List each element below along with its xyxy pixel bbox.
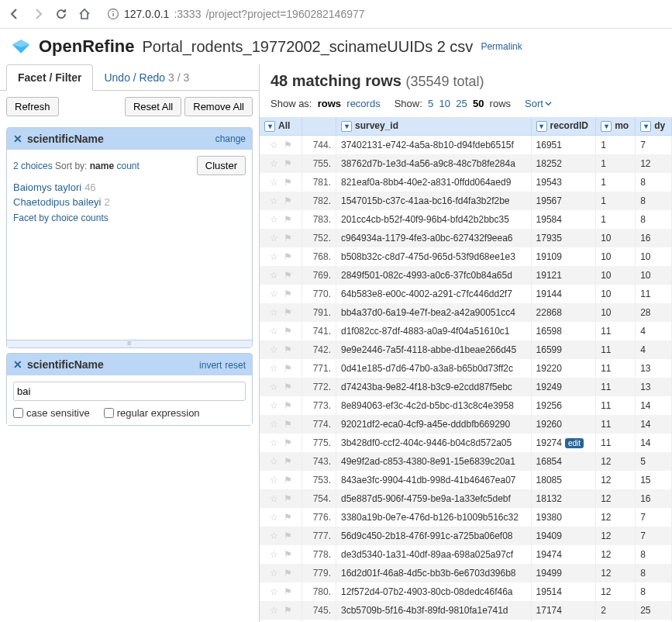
flag-icon[interactable]: ⚑	[281, 177, 294, 188]
page-25[interactable]: 25	[456, 98, 467, 109]
cell-dy[interactable]: 8	[636, 192, 672, 210]
cell-recordid[interactable]: 19567	[531, 192, 596, 210]
cluster-button[interactable]: Cluster	[197, 156, 246, 175]
cell-survey-id[interactable]: 3b428df0-ccf2-404c-9446-b04c8d572a05	[336, 434, 532, 452]
cell-dy[interactable]: 10	[636, 247, 672, 266]
cell-survey-id[interactable]: d74243ba-9e82-4f18-b3c9-e2cdd87f5ebc	[336, 378, 532, 396]
cell-recordid[interactable]: 16599	[531, 340, 596, 359]
cell-dy[interactable]: 8	[636, 582, 672, 601]
cell-survey-id[interactable]: 9e9e2446-7a5f-4118-abbe-d1beae266d45	[336, 340, 532, 359]
star-icon[interactable]: ☆	[267, 233, 280, 244]
facet-choice[interactable]: Chaetodipus baileyi2	[13, 195, 246, 209]
star-icon[interactable]: ☆	[267, 475, 280, 486]
cell-survey-id[interactable]: d1f082cc-87df-4883-a0a9-4f04a51610c1	[336, 322, 532, 340]
tab-undo-redo[interactable]: Undo / Redo 3 / 3	[93, 65, 200, 90]
facet-resize-grip[interactable]: ≡	[7, 340, 252, 347]
flag-icon[interactable]: ⚑	[281, 605, 294, 616]
cell-recordid[interactable]: 19109	[531, 247, 596, 266]
cell-survey-id[interactable]: 16d2d01f-46a8-4d5c-bb3b-6e6703d396b8	[336, 564, 532, 582]
star-icon[interactable]: ☆	[267, 195, 280, 206]
facet-sort-count[interactable]: count	[116, 161, 139, 171]
cell-survey-id[interactable]: 37402131-e742-4a5a-8b10-d94fdeb6515f	[336, 135, 532, 154]
cell-dy[interactable]: 16	[636, 489, 672, 508]
star-icon[interactable]: ☆	[267, 400, 280, 411]
cell-survey-id[interactable]: b508b32c-c8d7-475d-965d-53f9d68ee1e3	[336, 247, 532, 266]
flag-icon[interactable]: ⚑	[281, 195, 294, 206]
back-icon[interactable]	[8, 7, 22, 21]
cell-mo[interactable]: 12	[596, 471, 636, 489]
choice-name[interactable]: Baiomys taylori	[13, 181, 81, 193]
cell-dy[interactable]: 7	[636, 135, 672, 154]
cell-mo[interactable]: 11	[596, 434, 636, 452]
edit-button[interactable]: edit	[565, 438, 584, 448]
cell-dy[interactable]: 8	[636, 545, 672, 564]
cell-recordid[interactable]: 19249	[531, 378, 596, 396]
cell-dy[interactable]: 4	[636, 340, 672, 359]
cell-recordid[interactable]: 19543	[531, 173, 596, 192]
star-icon[interactable]: ☆	[267, 251, 280, 262]
cell-survey-id[interactable]: 201cc4cb-b52f-40f9-96b4-bfd42b2bbc35	[336, 210, 532, 229]
cell-recordid[interactable]: 18085	[531, 471, 596, 489]
cell-mo[interactable]: 12	[596, 508, 636, 527]
star-icon[interactable]: ☆	[267, 586, 280, 597]
cell-mo[interactable]: 10	[596, 229, 636, 247]
cell-survey-id[interactable]: 2849f501-082c-4993-a0c6-37fc0b84a65d	[336, 266, 532, 285]
cell-mo[interactable]: 11	[596, 340, 636, 359]
menu-survey-icon[interactable]: ▾	[341, 121, 352, 132]
star-icon[interactable]: ☆	[267, 419, 280, 430]
cell-dy[interactable]: 14	[636, 415, 672, 434]
choice-name[interactable]: Chaetodipus baileyi	[13, 196, 101, 208]
flag-icon[interactable]: ⚑	[281, 289, 294, 299]
flag-icon[interactable]: ⚑	[281, 419, 294, 430]
show-as-rows[interactable]: rows	[318, 98, 341, 109]
cell-mo[interactable]: 12	[596, 545, 636, 564]
cell-recordid[interactable]: 19409	[531, 527, 596, 545]
cell-survey-id[interactable]: 49e9f2ad-c853-4380-8e91-15e6839c20a1	[336, 452, 532, 471]
star-icon[interactable]: ☆	[267, 456, 280, 467]
flag-icon[interactable]: ⚑	[281, 214, 294, 225]
flag-icon[interactable]: ⚑	[281, 586, 294, 597]
flag-icon[interactable]: ⚑	[281, 344, 294, 355]
facet-by-counts-link[interactable]: Facet by choice counts	[13, 209, 246, 226]
cell-recordid[interactable]: 17174	[531, 601, 596, 620]
cell-mo[interactable]: 1	[596, 154, 636, 173]
flag-icon[interactable]: ⚑	[281, 270, 294, 281]
cell-dy[interactable]: 7	[636, 527, 672, 545]
cell-mo[interactable]: 12	[596, 564, 636, 582]
cell-recordid[interactable]: 19260	[531, 415, 596, 434]
star-icon[interactable]: ☆	[267, 307, 280, 318]
cell-mo[interactable]: 11	[596, 359, 636, 378]
star-icon[interactable]: ☆	[267, 530, 280, 541]
cell-survey-id[interactable]: 64b583e8-e00c-4002-a291-c7fc446dd2f7	[336, 285, 532, 303]
remove-all-button[interactable]: Remove All	[184, 97, 253, 116]
cell-recordid[interactable]: 19121	[531, 266, 596, 285]
cell-dy[interactable]: 16	[636, 229, 672, 247]
cell-recordid[interactable]: 19220	[531, 359, 596, 378]
cell-dy[interactable]: 7	[636, 508, 672, 527]
flag-icon[interactable]: ⚑	[281, 549, 294, 560]
home-icon[interactable]	[78, 7, 91, 21]
flag-icon[interactable]: ⚑	[281, 158, 294, 169]
star-icon[interactable]: ☆	[267, 214, 280, 225]
cell-recordid[interactable]: 22868	[531, 303, 596, 322]
cell-recordid[interactable]: 16854	[531, 452, 596, 471]
cell-dy[interactable]: 11	[636, 285, 672, 303]
cell-recordid[interactable]: 19256	[531, 396, 596, 415]
star-icon[interactable]: ☆	[267, 326, 280, 337]
cell-dy[interactable]: 5	[636, 452, 672, 471]
reload-icon[interactable]	[54, 7, 68, 21]
flag-icon[interactable]: ⚑	[281, 140, 294, 150]
star-icon[interactable]: ☆	[267, 605, 280, 616]
star-icon[interactable]: ☆	[267, 363, 280, 374]
star-icon[interactable]: ☆	[267, 549, 280, 560]
cell-mo[interactable]: 10	[596, 285, 636, 303]
star-icon[interactable]: ☆	[267, 437, 280, 448]
flag-icon[interactable]: ⚑	[281, 382, 294, 392]
flag-icon[interactable]: ⚑	[281, 493, 294, 504]
flag-icon[interactable]: ⚑	[281, 456, 294, 467]
flag-icon[interactable]: ⚑	[281, 233, 294, 244]
cell-mo[interactable]: 1	[596, 173, 636, 192]
page-10[interactable]: 10	[439, 98, 450, 109]
facet-invert-link[interactable]: invert	[199, 360, 222, 371]
menu-dy-icon[interactable]: ▾	[640, 121, 651, 132]
